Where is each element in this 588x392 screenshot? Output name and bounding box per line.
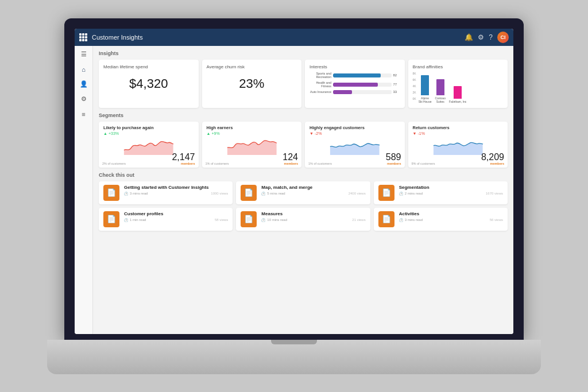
interest-bar-2 [333,90,352,94]
brand-label-fabrikam: Fabrikam, Inc [449,100,466,103]
app-title: Customer Insights [92,34,143,41]
laptop-screen: Customer Insights 🔔 ⚙ ? CI ☰ ⌂ [75,29,513,334]
app-title-area: Customer Insights [79,33,143,41]
brand-y-axis: 8K 6K 4K 2K 0K [413,72,416,100]
segment-count-3: 8,209 members [481,153,504,165]
document-icon-2: 📄 [382,188,391,197]
cto-card-4[interactable]: 📄 Measures 🕐 10 mins read 21 views [236,208,370,231]
clock-icon-5: 🕐 [399,218,403,222]
cto-card-3[interactable]: 📄 Customer profiles 🕐 1 min read 58 view… [99,208,233,231]
waffle-icon[interactable] [79,33,87,41]
sidebar-item-settings[interactable]: ⚙ [79,94,89,104]
count-value-1: 124 [283,153,298,162]
segment-card-3[interactable]: Return customers ▼ -1% 9% of customers [408,122,508,168]
brand-bar-alpine-bar [421,75,429,95]
segment-card-2[interactable]: Highly engaged customers ▼ -2% 1% of cus… [305,122,405,168]
segment-count-1: 124 members [283,153,298,165]
interest-label-2: Auto Insurance [310,90,331,94]
document-icon-3: 📄 [107,215,116,223]
cto-title-4: Measures [261,211,365,217]
read-time-3: 1 min read [130,218,146,222]
interests-title: Interests [310,64,400,69]
cto-card-1[interactable]: 📄 Map, match, and merge 🕐 5 mins read 24… [236,181,370,204]
laptop-base [47,340,541,374]
cto-section-label: Check this out [99,172,508,178]
cto-meta-3: 🕐 1 min read 58 views [124,218,228,222]
median-spend-value: $4,320 [103,72,194,96]
segment-footer-0: 2% of customers [102,162,126,165]
brand-bar-alpine: AlpineSki House [419,75,432,103]
arrow-down-icon-2: ▼ [310,131,314,135]
views-5: 56 views [490,218,503,222]
churn-risk-value: 23% [207,72,297,96]
avatar[interactable]: CI [497,32,509,43]
count-value-3: 8,209 [481,153,504,162]
cto-icon-box-2: 📄 [378,185,394,201]
document-icon-5: 📄 [382,215,391,223]
clock-icon-0: 🕐 [124,192,128,196]
clock-icon-4: 🕐 [261,218,265,222]
sidebar-item-menu[interactable]: ☰ [79,49,89,60]
top-bar-right: 🔔 ⚙ ? CI [465,32,509,43]
help-icon[interactable]: ? [489,33,493,41]
read-time-0: 3 mins read [130,192,148,195]
churn-risk-title: Average churn risk [207,64,297,69]
arrow-up-icon-1: ▲ [207,131,211,135]
brand-affinities-title: Brand affinities [413,64,504,69]
cto-card-5[interactable]: 📄 Activities 🕐 3 mins read 56 views [374,208,508,231]
brand-bar-fabrikam-bar [454,86,462,99]
segment-card-1[interactable]: High earners ▲ +9% 1% of customers [202,122,302,168]
sidebar-item-home[interactable]: ⌂ [79,64,89,75]
cto-icon-box-0: 📄 [103,185,119,201]
interest-bar-bg-1 [333,83,392,87]
views-4: 21 views [352,218,365,222]
app-body: ☰ ⌂ 👤 ⚙ ≡ Insights Media [75,46,513,334]
cto-icon-box-4: 📄 [241,211,257,227]
cto-title-2: Segmentation [399,185,503,191]
count-value-0: 2,147 [172,153,195,162]
count-label-2: members [386,162,401,165]
interest-bar-0 [333,73,381,77]
cto-card-0[interactable]: 📄 Getting started with Customer Insights… [99,181,233,204]
cto-content-0: Getting started with Customer Insights 🕐… [124,185,228,196]
views-3: 58 views [215,218,228,222]
cto-content-2: Segmentation 🕐 2 mins read 1670 views [399,185,503,196]
laptop-wrapper: Customer Insights 🔔 ⚙ ? CI ☰ ⌂ [47,18,541,374]
sidebar-item-list[interactable]: ≡ [79,109,89,119]
median-spend-title: Median lifetime spend [103,64,194,69]
cto-card-2[interactable]: 📄 Segmentation 🕐 2 mins read 1670 views [374,181,508,204]
laptop-bezel: Customer Insights 🔔 ⚙ ? CI ☰ ⌂ [64,18,524,340]
bell-icon[interactable]: 🔔 [465,33,473,41]
interest-val-1: 77 [393,83,400,86]
interests-chart: Sports and Recreation 82 Health and Fitn… [310,72,400,94]
sidebar-item-people[interactable]: 👤 [79,79,89,90]
segment-card-0[interactable]: Likely to purchase again ▲ +33% 2% of cu… [99,122,199,168]
cto-content-5: Activities 🕐 3 mins read 56 views [399,211,503,222]
segment-title-3: Return customers [413,125,504,130]
sidebar: ☰ ⌂ 👤 ⚙ ≡ [75,46,93,334]
cto-title-1: Map, match, and merge [261,185,365,191]
interest-val-0: 82 [393,73,400,77]
settings-icon[interactable]: ⚙ [478,33,484,41]
read-time-5: 3 mins read [405,218,423,222]
read-time-4: 10 mins read [267,218,287,222]
read-time-1: 5 mins read [267,192,285,195]
cto-content-3: Customer profiles 🕐 1 min read 58 views [124,211,228,222]
arrow-up-icon-0: ▲ [103,131,107,135]
interest-row-2: Auto Insurance 33 [310,90,400,94]
segment-change-1: ▲ +9% [207,131,297,135]
cto-grid: 📄 Getting started with Customer Insights… [99,181,508,231]
brand-bars: AlpineSki House ContosoSuites Fabrikam, … [419,72,503,103]
churn-risk-card: Average churn risk 23% [202,60,302,108]
segment-count-0: 2,147 members [172,153,195,165]
top-bar: Customer Insights 🔔 ⚙ ? CI [75,29,513,46]
segment-footer-2: 1% of customers [308,162,332,165]
views-2: 1670 views [486,192,503,195]
clock-icon-3: 🕐 [124,218,128,222]
segment-title-2: Highly engaged customers [310,125,400,130]
brand-label-alpine: AlpineSki House [419,96,432,103]
read-time-2: 2 mins read [405,192,423,195]
segment-change-2: ▼ -2% [310,131,400,135]
segments-section-label: Segments [99,112,508,118]
segment-count-2: 589 members [386,153,401,165]
